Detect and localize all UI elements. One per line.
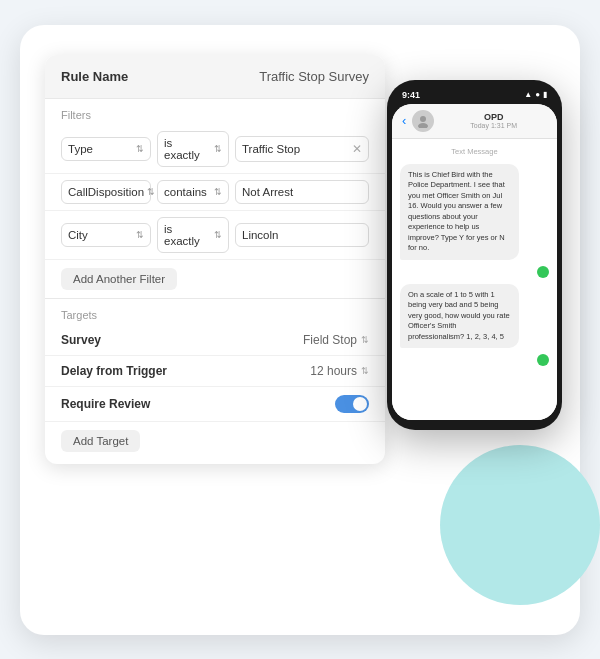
- phone-screen: ‹ OPD Today 1:31 PM Text Message This is…: [392, 104, 557, 420]
- target-delay-value[interactable]: 12 hours ⇅: [310, 364, 369, 378]
- filter-calldisposition-value[interactable]: Not Arrest: [235, 180, 369, 204]
- svg-point-1: [418, 123, 428, 128]
- outer-container: Rule Name Traffic Stop Survey Filters Ty…: [20, 25, 580, 635]
- rule-name-label: Rule Name: [61, 69, 128, 84]
- target-row-require-review: Require Review: [45, 387, 385, 422]
- rule-name-value: Traffic Stop Survey: [259, 69, 369, 84]
- filter-city-field[interactable]: City ⇅: [61, 223, 151, 247]
- chevron-icon: ⇅: [136, 144, 144, 154]
- chevron-icon: ⇅: [361, 366, 369, 376]
- chat-contact-name: OPD: [484, 112, 504, 122]
- chevron-icon: ⇅: [214, 187, 222, 197]
- message-bubble-4: [537, 354, 549, 366]
- avatar: [412, 110, 434, 132]
- phone-time: 9:41: [402, 90, 420, 100]
- signal-icon: ▲: [524, 90, 532, 99]
- chat-messages: Text Message This is Chief Bird with the…: [392, 139, 557, 420]
- target-require-review-label: Require Review: [61, 397, 171, 411]
- filter-calldisposition-field[interactable]: CallDisposition ⇅: [61, 180, 151, 204]
- chat-header: ‹ OPD Today 1:31 PM: [392, 104, 557, 139]
- rule-header: Rule Name Traffic Stop Survey: [45, 55, 385, 99]
- message-bubble-3: On a scale of 1 to 5 with 1 being very b…: [400, 284, 519, 349]
- filter-type-value[interactable]: Traffic Stop ✕: [235, 136, 369, 162]
- close-icon[interactable]: ✕: [352, 142, 362, 156]
- chevron-icon: ⇅: [214, 230, 222, 240]
- back-icon[interactable]: ‹: [402, 113, 406, 128]
- chevron-icon: ⇅: [136, 230, 144, 240]
- teal-decoration: [440, 445, 600, 605]
- phone-mockup: 9:41 ▲ ● ▮ ‹ OPD Today 1:31 PM T: [387, 80, 562, 430]
- require-review-toggle[interactable]: [335, 395, 369, 413]
- target-survey-value[interactable]: Field Stop ⇅: [303, 333, 369, 347]
- add-filter-button[interactable]: Add Another Filter: [61, 268, 177, 290]
- add-target-button[interactable]: Add Target: [61, 430, 140, 452]
- filter-row-type: Type ⇅ is exactly ⇅ Traffic Stop ✕: [45, 125, 385, 174]
- message-bubble-2: [537, 266, 549, 278]
- filter-type-field[interactable]: Type ⇅: [61, 137, 151, 161]
- targets-section-label: Targets: [45, 299, 385, 325]
- rule-card: Rule Name Traffic Stop Survey Filters Ty…: [45, 55, 385, 464]
- chevron-icon: ⇅: [361, 335, 369, 345]
- svg-point-0: [420, 116, 426, 122]
- target-delay-label: Delay from Trigger: [61, 364, 171, 378]
- chevron-icon: ⇅: [147, 187, 155, 197]
- filter-calldisposition-operator[interactable]: contains ⇅: [157, 180, 229, 204]
- phone-status-bar: 9:41 ▲ ● ▮: [392, 90, 557, 100]
- chat-subtitle: Today 1:31 PM: [470, 122, 517, 129]
- target-row-survey: Survey Field Stop ⇅: [45, 325, 385, 356]
- chat-title-area: OPD Today 1:31 PM: [440, 112, 547, 129]
- target-survey-label: Survey: [61, 333, 171, 347]
- message-bubble-1: This is Chief Bird with the Police Depar…: [400, 164, 519, 260]
- filter-row-calldisposition: CallDisposition ⇅ contains ⇅ Not Arrest: [45, 174, 385, 211]
- filter-row-city: City ⇅ is exactly ⇅ Lincoln: [45, 211, 385, 260]
- chevron-icon: ⇅: [214, 144, 222, 154]
- wifi-icon: ●: [535, 90, 540, 99]
- filter-city-operator[interactable]: is exactly ⇅: [157, 217, 229, 253]
- battery-icon: ▮: [543, 90, 547, 99]
- filter-type-operator[interactable]: is exactly ⇅: [157, 131, 229, 167]
- phone-status-icons: ▲ ● ▮: [524, 90, 547, 99]
- target-row-delay: Delay from Trigger 12 hours ⇅: [45, 356, 385, 387]
- filters-section-label: Filters: [45, 99, 385, 125]
- message-meta: Text Message: [400, 147, 549, 156]
- filter-city-value[interactable]: Lincoln: [235, 223, 369, 247]
- targets-section: Targets Survey Field Stop ⇅ Delay from T…: [45, 298, 385, 422]
